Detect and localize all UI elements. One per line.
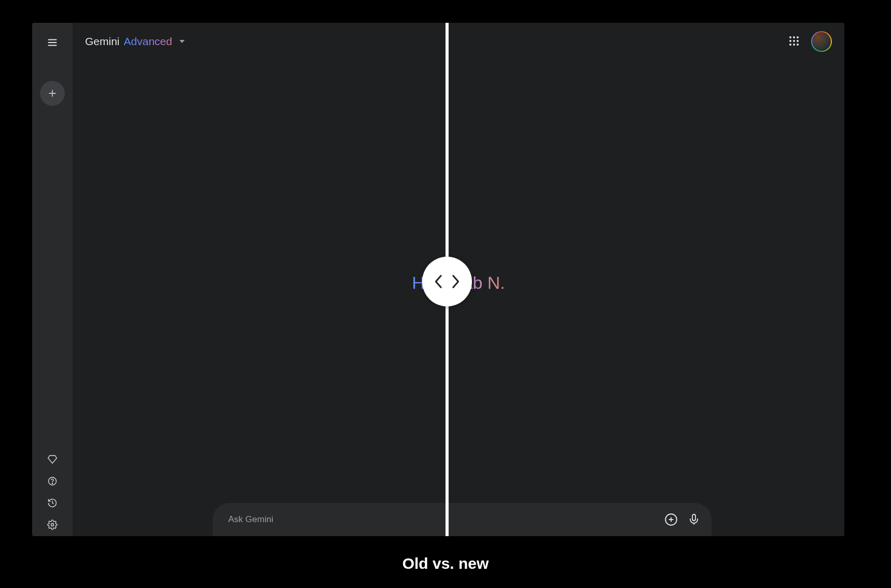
menu-button[interactable] [40, 30, 65, 55]
comparison-slider-handle[interactable] [422, 257, 472, 306]
prompt-placeholder: Ask Gemini [228, 514, 660, 525]
model-selector[interactable]: Gemini Advanced [85, 35, 185, 48]
settings-button[interactable] [46, 519, 59, 531]
help-icon [47, 476, 58, 486]
plus-icon [47, 88, 58, 99]
gear-icon [47, 520, 58, 530]
gem-manager-button[interactable] [46, 453, 59, 466]
diamond-icon [47, 454, 58, 465]
brand-tier: Advanced [124, 35, 172, 48]
svg-point-6 [52, 483, 52, 484]
chevron-down-icon [179, 40, 185, 43]
activity-button[interactable] [46, 497, 59, 509]
add-attachment-button[interactable] [660, 508, 683, 531]
avatar-image [812, 32, 831, 51]
svg-rect-11 [692, 514, 695, 521]
help-button[interactable] [46, 475, 59, 487]
new-chat-button[interactable] [40, 81, 65, 106]
sidebar-bottom [46, 453, 59, 536]
brand-name: Gemini [85, 35, 120, 48]
history-icon [47, 498, 58, 508]
prompt-input-bar[interactable]: Ask Gemini [213, 503, 712, 536]
microphone-icon [688, 513, 700, 526]
account-avatar[interactable] [811, 31, 832, 52]
microphone-button[interactable] [683, 508, 705, 531]
google-apps-button[interactable] [788, 35, 801, 48]
plus-circle-icon [664, 513, 678, 526]
svg-point-7 [51, 524, 54, 526]
hamburger-icon [47, 37, 58, 48]
chevron-right-icon [451, 274, 460, 289]
sidebar [32, 23, 73, 536]
comparison-caption: Old vs. new [0, 555, 891, 572]
chevron-left-icon [434, 274, 443, 289]
header: Gemini Advanced [73, 23, 844, 60]
